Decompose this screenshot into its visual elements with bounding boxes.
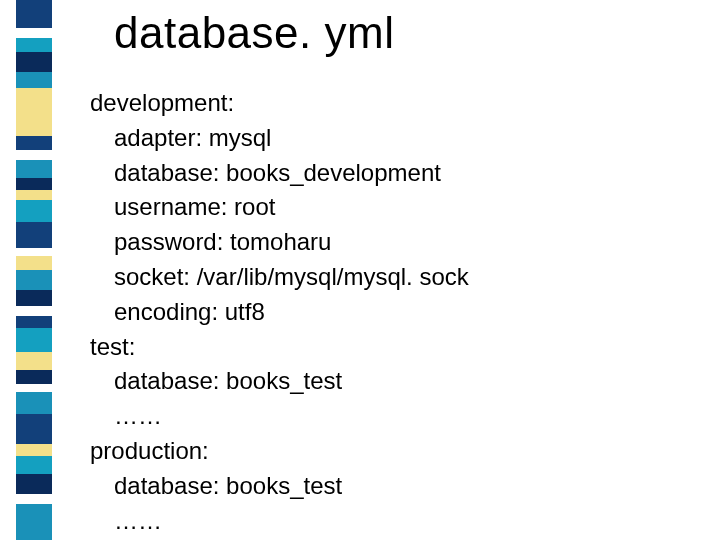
stripe-segment xyxy=(16,504,52,540)
config-line: database: books_test xyxy=(114,469,469,504)
stripe-segment xyxy=(16,256,52,270)
stripe-segment xyxy=(16,160,52,178)
stripe-segment xyxy=(16,290,52,306)
stripe-segment xyxy=(16,190,52,200)
config-line: socket: /var/lib/mysql/mysql. sock xyxy=(114,260,469,295)
slide-content: development:adapter: mysqldatabase: book… xyxy=(90,86,469,538)
stripe-segment xyxy=(16,316,52,328)
stripe-segment xyxy=(16,328,52,352)
stripe-segment xyxy=(16,444,52,456)
stripe-segment xyxy=(16,178,52,190)
stripe-segment xyxy=(16,136,52,150)
stripe-segment xyxy=(16,28,52,38)
slide-title: database. yml xyxy=(114,8,394,58)
stripe-segment xyxy=(16,270,52,290)
stripe-segment xyxy=(16,72,52,88)
stripe-segment xyxy=(16,200,52,222)
stripe-segment xyxy=(16,494,52,504)
stripe-segment xyxy=(16,0,52,28)
config-line: database: books_test xyxy=(114,364,469,399)
stripe-segment xyxy=(16,88,52,136)
config-line: username: root xyxy=(114,190,469,225)
config-section: test: xyxy=(90,330,469,365)
stripe-segment xyxy=(16,52,52,72)
stripe-segment xyxy=(16,306,52,316)
config-section: development: xyxy=(90,86,469,121)
decorative-stripe xyxy=(16,0,52,540)
config-line: encoding: utf8 xyxy=(114,295,469,330)
stripe-segment xyxy=(16,150,52,160)
config-section: production: xyxy=(90,434,469,469)
config-line: database: books_development xyxy=(114,156,469,191)
config-line: …… xyxy=(114,504,469,539)
stripe-segment xyxy=(16,38,52,52)
stripe-segment xyxy=(16,222,52,248)
stripe-segment xyxy=(16,474,52,494)
stripe-segment xyxy=(16,248,52,256)
stripe-segment xyxy=(16,414,52,444)
config-line: password: tomoharu xyxy=(114,225,469,260)
stripe-segment xyxy=(16,392,52,414)
stripe-segment xyxy=(16,352,52,370)
stripe-segment xyxy=(16,370,52,384)
stripe-segment xyxy=(16,456,52,474)
stripe-segment xyxy=(16,384,52,392)
config-line: adapter: mysql xyxy=(114,121,469,156)
slide: database. yml development:adapter: mysql… xyxy=(0,0,720,540)
config-line: …… xyxy=(114,399,469,434)
